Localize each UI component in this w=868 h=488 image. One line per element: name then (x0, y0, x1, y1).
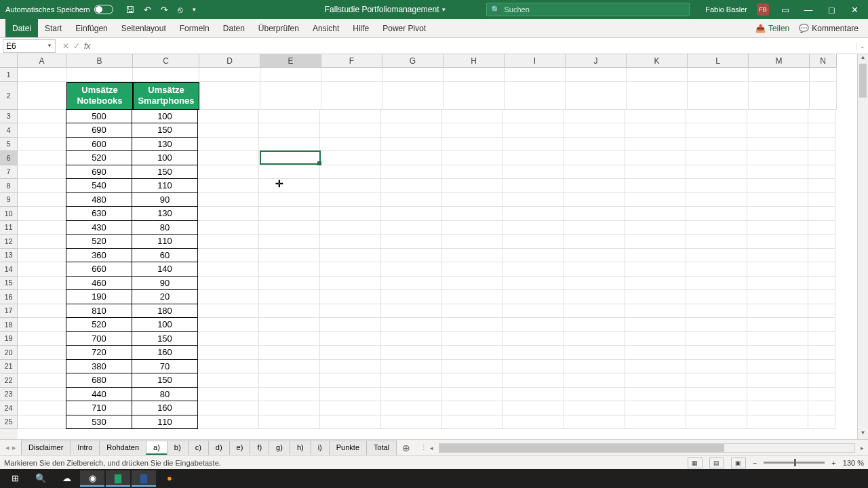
taskbar-weather-icon[interactable]: ☁ (54, 470, 79, 487)
column-header-J[interactable]: J (566, 54, 627, 68)
cell-A4[interactable] (18, 123, 66, 138)
cell-D22[interactable] (198, 373, 259, 388)
cell-L6[interactable] (686, 151, 747, 165)
cell-F16[interactable] (320, 290, 381, 304)
sheet-next-icon[interactable]: ▸ (12, 443, 16, 452)
row-header-13[interactable]: 13 (0, 249, 18, 263)
sheet-tab-d[interactable]: d) (208, 441, 230, 455)
taskbar-firefox-icon[interactable]: ● (157, 470, 182, 487)
row-header-1[interactable]: 1 (0, 68, 18, 82)
column-header-N[interactable]: N (810, 54, 837, 68)
cell-F2[interactable] (321, 82, 382, 110)
cell-A13[interactable] (18, 249, 66, 263)
cell-C7[interactable]: 150 (132, 165, 198, 180)
row-header-16[interactable]: 16 (0, 290, 18, 304)
cell-C8[interactable]: 110 (132, 178, 198, 193)
cell-C6[interactable]: 100 (132, 150, 198, 165)
cell-K24[interactable] (625, 401, 686, 415)
cell-N20[interactable] (808, 346, 835, 360)
cell-I11[interactable] (503, 221, 564, 235)
cell-J13[interactable] (564, 249, 625, 263)
cell-A14[interactable] (18, 262, 66, 277)
cell-E11[interactable] (259, 221, 320, 235)
cell-C9[interactable]: 90 (132, 192, 198, 207)
column-header-E[interactable]: E (260, 54, 321, 68)
cell-K23[interactable] (625, 388, 686, 402)
row-header-20[interactable]: 20 (0, 346, 18, 360)
cell-C10[interactable]: 130 (132, 206, 198, 221)
cell-G11[interactable] (381, 221, 442, 235)
cell-C11[interactable]: 80 (132, 220, 198, 235)
cell-M3[interactable] (747, 110, 808, 124)
cell-E8[interactable] (259, 179, 320, 193)
cell-I8[interactable] (503, 179, 564, 193)
cell-D21[interactable] (198, 360, 259, 374)
cell-H15[interactable] (442, 277, 503, 291)
select-all-corner[interactable] (0, 54, 18, 68)
cell-G15[interactable] (381, 277, 442, 291)
cell-B11[interactable]: 430 (66, 220, 132, 235)
normal-view-icon[interactable]: ▦ (688, 458, 703, 468)
cell-N2[interactable] (810, 82, 837, 110)
cell-B25[interactable]: 530 (66, 415, 132, 430)
cell-B4[interactable]: 690 (66, 123, 132, 138)
cell-L16[interactable] (686, 290, 747, 304)
cell-F7[interactable] (320, 165, 381, 180)
cell-G13[interactable] (381, 249, 442, 263)
close-icon[interactable]: ✕ (848, 5, 861, 15)
cell-L15[interactable] (686, 277, 747, 291)
ribbon-tab-einfügen[interactable]: Einfügen (68, 19, 114, 37)
cell-B18[interactable]: 520 (66, 317, 132, 332)
cell-K5[interactable] (625, 138, 686, 152)
sheet-tab-punkte[interactable]: Punkte (329, 441, 367, 455)
zoom-level[interactable]: 130 % (843, 459, 864, 467)
cell-A20[interactable] (18, 346, 66, 360)
cell-H14[interactable] (442, 262, 503, 277)
cell-C21[interactable]: 70 (132, 359, 198, 374)
row-header-15[interactable]: 15 (0, 277, 18, 291)
cell-A5[interactable] (18, 138, 66, 152)
cell-D23[interactable] (198, 388, 259, 402)
save-icon[interactable]: 🖫 (125, 5, 134, 15)
cell-B9[interactable]: 480 (66, 192, 132, 207)
column-header-K[interactable]: K (627, 54, 688, 68)
cell-G6[interactable] (381, 151, 442, 165)
cell-A9[interactable] (18, 193, 66, 207)
column-header-G[interactable]: G (382, 54, 443, 68)
cell-J7[interactable] (564, 165, 625, 180)
cell-M24[interactable] (747, 401, 808, 415)
cell-L25[interactable] (686, 415, 747, 430)
cell-I18[interactable] (503, 318, 564, 332)
cell-J8[interactable] (564, 179, 625, 193)
hscroll-split-icon[interactable]: ⋮ (420, 443, 427, 452)
cell-M5[interactable] (747, 138, 808, 152)
fx-icon[interactable]: fx (84, 41, 90, 51)
cell-I20[interactable] (503, 346, 564, 360)
cell-K21[interactable] (625, 360, 686, 374)
sheet-tab-h[interactable]: h) (290, 441, 311, 455)
cell-L19[interactable] (686, 332, 747, 346)
row-header-17[interactable]: 17 (0, 304, 18, 319)
cell-K15[interactable] (625, 277, 686, 291)
cell-F13[interactable] (320, 249, 381, 263)
zoom-slider[interactable] (764, 462, 825, 464)
cell-M15[interactable] (747, 277, 808, 291)
ribbon-tab-seitenlayout[interactable]: Seitenlayout (115, 19, 173, 37)
cell-F6[interactable] (320, 151, 381, 165)
taskbar-obs-icon[interactable]: ◉ (80, 470, 104, 487)
cell-F12[interactable] (320, 235, 381, 249)
cell-H4[interactable] (442, 123, 503, 138)
cell-K2[interactable] (627, 82, 688, 110)
cell-L2[interactable] (688, 82, 749, 110)
cell-H6[interactable] (442, 151, 503, 165)
cell-D7[interactable] (198, 165, 259, 180)
cell-D17[interactable] (198, 304, 259, 319)
cell-N10[interactable] (808, 207, 835, 221)
cell-D13[interactable] (198, 249, 259, 263)
cell-M21[interactable] (747, 360, 808, 374)
cell-C3[interactable]: 100 (132, 109, 198, 124)
cell-I7[interactable] (503, 165, 564, 180)
cell-C24[interactable]: 160 (132, 401, 198, 415)
cell-C19[interactable]: 150 (132, 331, 198, 346)
cell-I21[interactable] (503, 360, 564, 374)
